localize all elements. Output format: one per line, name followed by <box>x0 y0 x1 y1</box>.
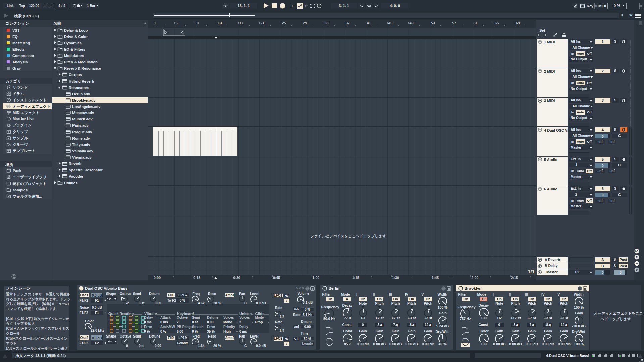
svg-text:M: M <box>636 262 638 265</box>
svg-text:D: D <box>636 269 638 271</box>
svg-text:R: R <box>636 256 638 258</box>
svg-text:I-O: I-O <box>635 250 639 252</box>
